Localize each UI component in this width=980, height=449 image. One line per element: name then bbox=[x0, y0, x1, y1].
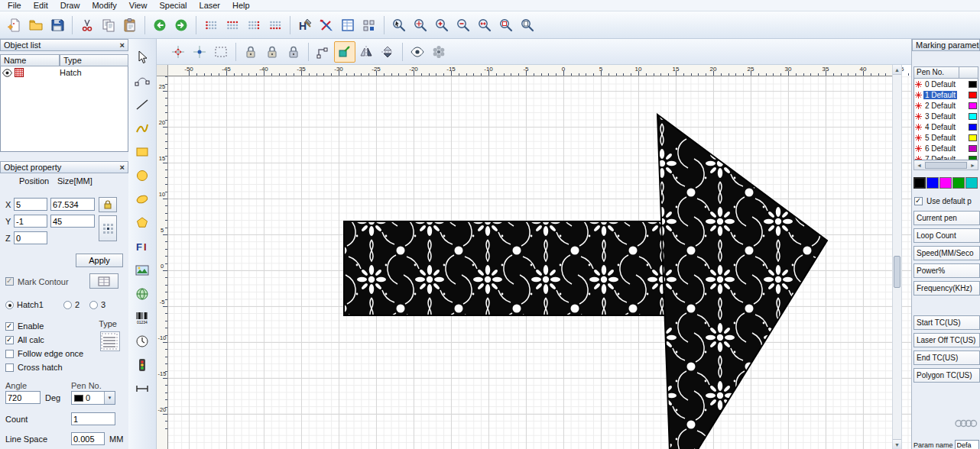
pen-row-3-default[interactable]: 3 Default bbox=[914, 111, 978, 121]
pen-row-4-default[interactable]: 4 Default bbox=[914, 121, 978, 132]
pen-row-6-default[interactable]: 6 Default bbox=[914, 143, 978, 153]
zoom-out-button[interactable] bbox=[453, 15, 474, 36]
zoom-blank-button[interactable] bbox=[495, 15, 517, 36]
pen-row-7-default[interactable]: 7 Default bbox=[914, 153, 978, 160]
rectangle-button[interactable] bbox=[131, 141, 153, 162]
scroll-down-icon[interactable]: ▼ bbox=[893, 439, 901, 449]
lock-both-button[interactable] bbox=[283, 41, 304, 63]
hatch2-radio[interactable] bbox=[63, 301, 72, 309]
fill-color-button[interactable] bbox=[334, 41, 355, 63]
input-output-button[interactable] bbox=[131, 354, 153, 375]
column-header-type[interactable]: Type bbox=[60, 54, 128, 66]
palette-swatch[interactable] bbox=[926, 177, 939, 189]
pen-color-column-header[interactable] bbox=[959, 66, 978, 79]
select-button[interactable] bbox=[131, 47, 153, 67]
zoom-extend-button[interactable] bbox=[474, 15, 495, 36]
z-position-input[interactable] bbox=[14, 231, 47, 244]
mirror-horizontal-button[interactable] bbox=[355, 41, 377, 63]
new-file-button[interactable] bbox=[4, 15, 25, 36]
y-size-input[interactable] bbox=[50, 215, 95, 228]
aspect-lock-button[interactable] bbox=[99, 197, 117, 212]
param-name-input[interactable] bbox=[955, 440, 979, 449]
all-calc-checkbox[interactable] bbox=[5, 336, 14, 344]
chevron-down-icon[interactable]: ▼ bbox=[104, 392, 115, 404]
origin-dot-button[interactable] bbox=[189, 41, 210, 63]
lock-horizontal-button[interactable] bbox=[240, 41, 261, 63]
menu-modify[interactable]: Modify bbox=[86, 0, 122, 11]
zoom-pointer-button[interactable] bbox=[388, 15, 410, 36]
line-space-input[interactable] bbox=[71, 432, 105, 445]
menu-view[interactable]: View bbox=[123, 0, 154, 11]
x-position-input[interactable] bbox=[14, 198, 47, 211]
cross-hatch-checkbox[interactable] bbox=[5, 363, 14, 372]
column-header-name[interactable]: Name bbox=[0, 54, 60, 66]
close-icon[interactable]: × bbox=[120, 41, 125, 49]
angle-input[interactable] bbox=[5, 391, 41, 404]
extend-axis-button[interactable] bbox=[131, 378, 153, 399]
menu-help[interactable]: Help bbox=[226, 0, 256, 11]
dot-array-3-button[interactable] bbox=[243, 15, 264, 36]
count-input[interactable] bbox=[71, 412, 115, 425]
scroll-up-icon[interactable]: ▲ bbox=[893, 65, 901, 75]
menu-laser[interactable]: Laser bbox=[193, 0, 227, 11]
field-polygon-tc-us[interactable]: Polygon TC(US) bbox=[913, 368, 980, 383]
close-icon[interactable]: × bbox=[120, 163, 125, 171]
pen-no-column-header[interactable]: Pen No. bbox=[913, 66, 959, 79]
canvas-grid[interactable] bbox=[168, 76, 911, 449]
field-end-tc-us[interactable]: End TC(US) bbox=[913, 350, 980, 365]
field-frequency-khz[interactable]: Frequency(KHz) bbox=[913, 281, 980, 296]
palette-swatch[interactable] bbox=[952, 177, 965, 189]
barcode-button[interactable]: 01234 bbox=[131, 307, 153, 328]
corner-node-button[interactable] bbox=[313, 41, 334, 63]
scrollbar-thumb[interactable] bbox=[925, 162, 967, 169]
image-button[interactable] bbox=[131, 260, 153, 280]
pen-row-5-default[interactable]: 5 Default bbox=[914, 132, 978, 143]
field-current-pen[interactable]: Current pen bbox=[913, 211, 980, 225]
follow-edge-once-checkbox[interactable] bbox=[5, 350, 14, 358]
menu-file[interactable]: File bbox=[2, 0, 28, 11]
enable-checkbox[interactable] bbox=[5, 322, 14, 331]
delay-button[interactable] bbox=[131, 331, 153, 351]
undo-button[interactable] bbox=[149, 15, 170, 36]
texture-flower-button[interactable] bbox=[428, 41, 449, 63]
origin-crosshair-button[interactable] bbox=[167, 41, 189, 63]
vector-file-button[interactable] bbox=[131, 283, 153, 304]
field-loop-count[interactable]: Loop Count bbox=[913, 228, 980, 243]
ellipse-button[interactable] bbox=[131, 189, 153, 209]
pen-list-scrollbar[interactable]: ◄ ► bbox=[913, 160, 978, 170]
pen-row-2-default[interactable]: 2 Default bbox=[914, 100, 978, 111]
node-edit-button[interactable] bbox=[131, 70, 153, 91]
menu-draw[interactable]: Draw bbox=[54, 0, 86, 11]
preview-eye-button[interactable] bbox=[407, 41, 428, 63]
y-position-input[interactable] bbox=[14, 215, 47, 228]
curve-button[interactable] bbox=[131, 118, 153, 138]
scroll-left-icon[interactable]: ◄ bbox=[914, 161, 924, 170]
menu-edit[interactable]: Edit bbox=[28, 0, 54, 11]
scroll-right-icon[interactable]: ► bbox=[968, 161, 978, 170]
apply-button[interactable]: Apply bbox=[76, 254, 123, 267]
zoom-page-button[interactable] bbox=[517, 15, 538, 36]
polygon-button[interactable] bbox=[131, 212, 153, 233]
contour-param-button[interactable] bbox=[89, 273, 118, 289]
lock-vertical-button[interactable] bbox=[261, 41, 283, 63]
pen-row-0-default[interactable]: 0 Default bbox=[914, 79, 978, 89]
scrollbar-thumb[interactable] bbox=[894, 256, 900, 288]
save-button[interactable] bbox=[47, 15, 68, 36]
marquee-button[interactable] bbox=[210, 41, 232, 63]
param-table-button[interactable] bbox=[337, 15, 359, 36]
field-start-tc-us[interactable]: Start TC(US) bbox=[913, 315, 980, 330]
pen-row-1-default[interactable]: 1 Default bbox=[914, 89, 978, 100]
text-button[interactable]: FI bbox=[131, 236, 153, 257]
palette-swatch[interactable] bbox=[913, 177, 926, 189]
hatch3-radio[interactable] bbox=[89, 301, 98, 309]
vertical-scrollbar[interactable]: ▲ ▼ bbox=[892, 65, 902, 449]
use-default-checkbox[interactable] bbox=[914, 197, 923, 205]
dot-array-2-button[interactable] bbox=[222, 15, 243, 36]
dot-array-1-button[interactable] bbox=[200, 15, 222, 36]
open-folder-button[interactable] bbox=[25, 15, 47, 36]
line-button[interactable] bbox=[131, 94, 153, 115]
hammer-button[interactable]: H bbox=[294, 15, 316, 36]
zoom-drag-button[interactable] bbox=[410, 15, 431, 36]
x-size-input[interactable] bbox=[50, 198, 95, 211]
mirror-vertical-button[interactable] bbox=[377, 41, 398, 63]
